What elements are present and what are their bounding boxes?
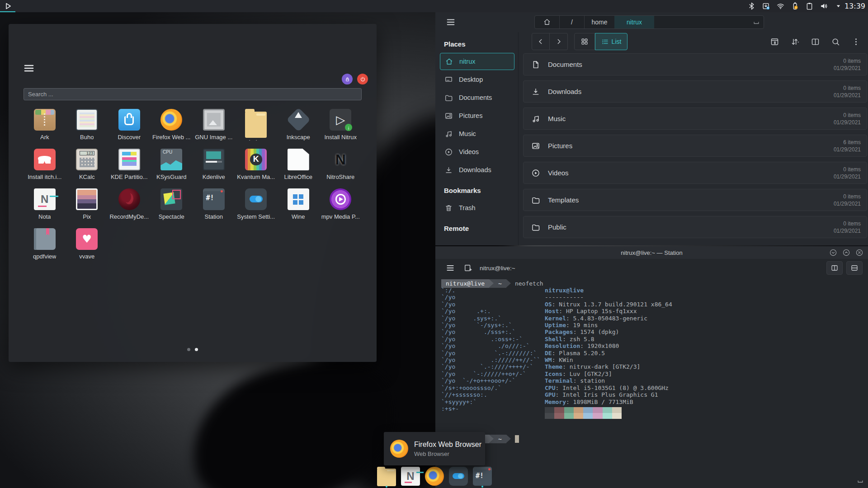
shutdown-button[interactable] [357,74,368,84]
forward-button[interactable] [550,33,568,50]
app-mpv-media-p[interactable]: mpv Media P... [320,188,362,220]
split-view-icon[interactable] [811,37,820,47]
file-row-videos[interactable]: Videos0 items01/29/2021 [523,162,867,184]
app-ark[interactable]: Ark [24,109,66,141]
bluetooth-icon[interactable] [747,2,756,10]
chevron-down-icon[interactable] [834,2,843,10]
app-kcalc[interactable]: KCalc [66,149,108,180]
path-home[interactable]: home [585,16,614,28]
file-row-downloads[interactable]: Downloads0 items01/29/2021 [523,80,867,103]
close-button[interactable] [855,249,863,257]
clipboard-icon[interactable] [805,2,814,10]
app-kde-partitio[interactable]: KDE Partitio... [108,149,151,180]
firefox-icon [425,467,444,486]
clock[interactable]: 13:39 [844,0,865,12]
app-recordmyde[interactable]: RecordMyDe... [108,188,151,220]
sidebar-item-pictures[interactable]: Pictures [440,107,514,124]
palette-swatch [583,407,593,413]
sidebar-item-downloads[interactable]: Downloads [440,161,514,178]
sidebar-item-trash[interactable]: Trash [440,199,514,216]
app-spectacle[interactable]: Spectacle [151,188,193,220]
wine-icon [288,188,309,210]
app-install-itch-i[interactable]: Install itch.i... [24,149,66,180]
sidebar-item-desktop[interactable]: Desktop [440,71,514,88]
dock-station[interactable] [473,467,492,488]
sidebar-item-nitrux[interactable]: nitrux [440,53,514,70]
search-input[interactable] [24,88,362,100]
app-buho[interactable]: Buho [66,109,108,141]
app-nota[interactable]: Nota [24,188,66,220]
hide-dock-icon[interactable] [855,477,866,485]
terminal-menu-icon[interactable] [445,263,455,272]
file-row-music[interactable]: Music0 items01/29/2021 [523,108,867,130]
path-root-home[interactable] [535,16,560,28]
overflow-menu-icon[interactable] [851,37,861,47]
dock-index[interactable] [377,467,396,488]
split-horizontal-icon[interactable] [846,261,863,275]
top-panel: 13:39 [0,0,868,12]
preview-toggle-icon[interactable] [770,37,779,47]
search-icon[interactable] [831,37,840,47]
app-label: KDE Partitio... [111,174,148,180]
file-row-pictures[interactable]: Pictures6 items01/29/2021 [523,135,867,157]
software-updates-icon[interactable] [762,2,770,10]
view-list-button[interactable]: List [595,33,627,50]
app-station[interactable]: Station [193,188,235,220]
dock-system-settings[interactable] [449,467,468,488]
launcher-pager[interactable] [9,348,377,351]
neofetch-field-os: OS: Nitrux 1.3.7 build.290121 x86_64 [545,301,672,308]
app-install-nitrux[interactable]: Install Nitrux [320,109,362,141]
hme-icon [445,57,453,66]
app-pix[interactable]: Pix [66,188,108,220]
terminal-titlebar[interactable]: nitrux@live:~ — Station [435,246,868,259]
launcher-menu-icon[interactable] [22,63,35,74]
maximize-button[interactable] [842,249,850,257]
neofetch-field-de: DE: Plasma 5.20.5 [545,350,672,357]
app-kdenlive[interactable]: Kdenlive [193,149,235,180]
file-row-templates[interactable]: Templates0 items01/29/2021 [523,189,867,211]
sidebar-item-videos[interactable]: Videos [440,143,514,160]
back-button[interactable] [532,33,550,50]
pager-dot-1[interactable] [187,348,190,351]
app-gnu-image[interactable]: GNU Image ... [193,109,235,141]
file-name: Videos [548,169,569,177]
neofetch-field-label: DE [545,350,552,357]
app-inkscape[interactable]: Inkscape [277,109,320,141]
sidebar-item-documents[interactable]: Documents [440,89,514,106]
wifi-icon[interactable] [776,2,785,10]
breadcrumb-collapse-icon[interactable] [752,19,760,27]
neofetch-field-memory: Memory: 1898MiB / 7713MiB [545,399,672,405]
battery-charging-icon[interactable] [791,2,799,10]
file-row-documents[interactable]: Documents0 items01/29/2021 [523,53,867,75]
app-index[interactable]: Index [235,109,278,141]
app-nitroshare[interactable]: NitroShare [320,149,362,180]
minimize-button[interactable] [829,249,837,257]
dock-nota[interactable] [401,467,420,488]
terminal-tab[interactable]: nitrux@live:~ [480,265,515,272]
pager-dot-2[interactable] [195,348,198,351]
app-qpdfview[interactable]: qpdfview [24,228,66,260]
lock-screen-button[interactable] [342,74,353,84]
volume-icon[interactable] [820,2,828,10]
nitrux-logo-icon[interactable] [4,2,12,10]
new-tab-icon[interactable] [463,263,472,272]
app-kvantum-ma[interactable]: Kvantum Ma... [235,149,278,180]
app-wine[interactable]: Wine [277,188,320,220]
file-row-public[interactable]: Public0 items01/29/2021 [523,216,867,238]
split-vertical-icon[interactable] [826,261,843,275]
app-system-setti[interactable]: System Setti... [235,188,278,220]
app-discover[interactable]: Discover [108,109,151,141]
file-manager-menu-icon[interactable] [445,17,456,27]
sidebar-item-music[interactable]: Music [440,125,514,142]
dock-firefox[interactable] [425,467,444,488]
app-vvave[interactable]: vvave [66,228,108,260]
app-libreoffice[interactable]: LibreOffice [277,149,320,180]
app-firefox-web[interactable]: Firefox Web ... [151,109,193,141]
path-nitrux[interactable]: nitrux [614,16,654,28]
app-label: Wine [292,213,305,220]
path-separator[interactable]: / [560,16,585,28]
sort-icon[interactable] [790,37,800,47]
app-ksysguard[interactable]: KSysGuard [151,149,193,180]
view-grid-button[interactable] [574,33,595,50]
palette-swatch [574,413,583,419]
